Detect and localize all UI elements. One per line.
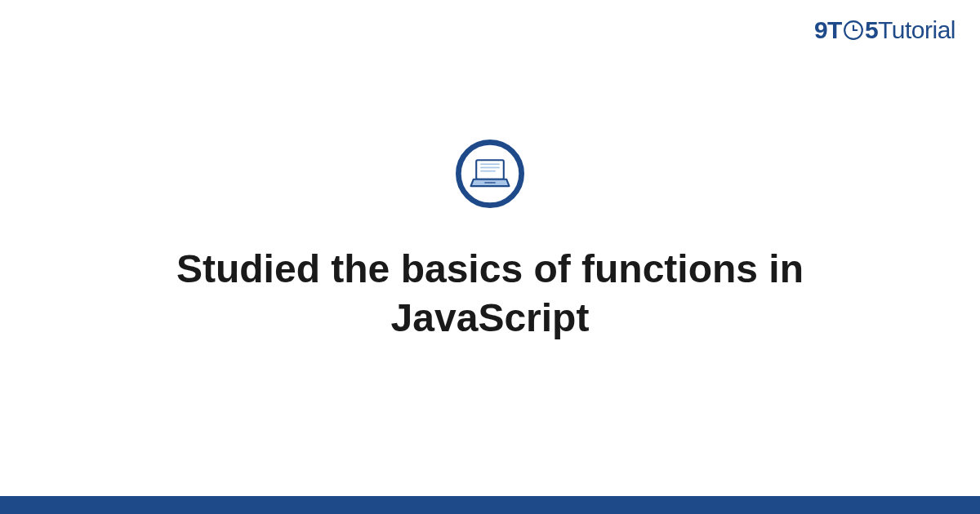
laptop-icon [456, 140, 524, 208]
page-title: Studied the basics of functions in JavaS… [98, 245, 882, 343]
footer-bar [0, 496, 980, 514]
main-content: Studied the basics of functions in JavaS… [0, 0, 980, 514]
svg-point-3 [458, 142, 521, 205]
